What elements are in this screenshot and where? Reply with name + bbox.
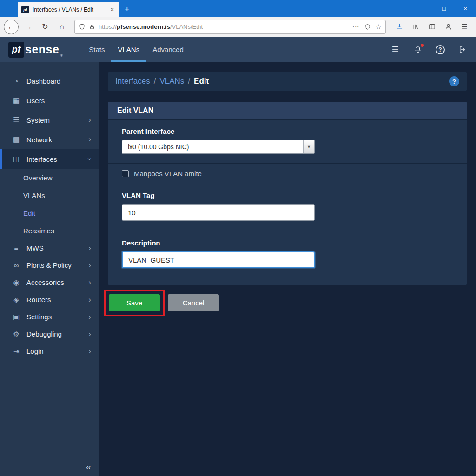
window-close-button[interactable]: ×: [455, 0, 476, 17]
account-icon[interactable]: [442, 21, 454, 33]
forward-button[interactable]: →: [21, 20, 35, 34]
library-icon[interactable]: [410, 21, 422, 33]
sidebar-label: Debuggling: [26, 330, 62, 338]
cancel-button[interactable]: Cancel: [168, 294, 219, 311]
sidebar-item-mws[interactable]: ≡ MWS ›: [0, 239, 99, 257]
chevron-right-icon: ›: [88, 244, 91, 253]
vlan-option-checkbox[interactable]: [122, 170, 129, 177]
back-button[interactable]: ←: [4, 20, 19, 34]
sidebar-subitem-vlans[interactable]: VLANs: [0, 186, 99, 204]
browser-tab[interactable]: pf Interfaces / VLANs / Edit ×: [18, 2, 119, 17]
network-icon: ▤: [11, 135, 21, 144]
sidebar-label: Users: [26, 97, 45, 105]
bookmark-star-icon[interactable]: ☆: [376, 23, 382, 31]
logout-icon[interactable]: [457, 45, 468, 55]
help-icon[interactable]: ?: [436, 45, 445, 54]
gear-icon: ⚙: [11, 330, 21, 338]
list-icon[interactable]: ☰: [390, 45, 400, 55]
breadcrumb-interfaces[interactable]: Interfaces: [115, 77, 150, 86]
vlan-tag-input[interactable]: [122, 204, 315, 221]
sidebar-subitem-edit[interactable]: Edit: [0, 204, 99, 222]
sidebar-label: Settings: [26, 313, 52, 321]
new-tab-button[interactable]: +: [119, 2, 135, 17]
menu-item-advanced[interactable]: Advanced: [146, 37, 190, 62]
description-input[interactable]: [122, 251, 315, 268]
system-icon: ☰: [11, 116, 21, 124]
users-icon: ▦: [11, 96, 21, 105]
menu-item-stats[interactable]: Stats: [82, 37, 111, 62]
url-path: /VLANs/Edit: [170, 23, 203, 30]
description-group: Description: [108, 231, 467, 285]
navbar-right-icons: ☰ ?: [390, 37, 468, 62]
sidebar-item-plorts-policy[interactable]: ∞ Plorts & Policy ›: [0, 257, 99, 274]
sidebar-item-interfaces[interactable]: ◫ Interfaces ›: [0, 149, 99, 169]
registered-mark: ®: [60, 53, 63, 58]
sidebar-label: MWS: [26, 244, 44, 252]
main-content: Interfaces / VLANs / Edit ? Edit VLAN Pa…: [99, 62, 476, 476]
sidebar-sublabel: Edit: [23, 209, 35, 217]
sidebar-sublabel: Reasimes: [23, 227, 54, 235]
sidebar-collapse-icon[interactable]: «: [86, 462, 91, 472]
vlan-option-row: Manpoes VLAN amite: [108, 163, 467, 184]
minimize-button[interactable]: –: [412, 0, 433, 17]
chevron-right-icon: ›: [88, 278, 91, 287]
home-button[interactable]: ⌂: [55, 20, 69, 34]
reload-button[interactable]: ↻: [38, 20, 52, 34]
chevron-right-icon: ›: [88, 330, 91, 339]
sidebar-label: Login: [26, 347, 44, 355]
dropdown-caret-icon[interactable]: ▼: [303, 140, 314, 153]
page-actions-icon[interactable]: ⋯: [352, 23, 360, 31]
login-icon: ⇥: [11, 347, 21, 356]
menu-item-vlans[interactable]: VLANs: [111, 37, 146, 62]
sidebar-item-routers[interactable]: ◈ Routers ›: [0, 291, 99, 308]
tab-close-icon[interactable]: ×: [109, 6, 115, 13]
sidebar-toggle-icon[interactable]: [426, 21, 438, 33]
sidebar-sublabel: Overview: [23, 174, 53, 182]
save-button[interactable]: Save: [109, 294, 160, 311]
permissions-shield-icon[interactable]: [364, 24, 371, 30]
sidebar-item-accessories[interactable]: ◉ Accessories ›: [0, 274, 99, 291]
pfsense-logo-mark: pf: [8, 42, 24, 58]
sidebar: ◔ Dashboard ▦ Users ☰ System › ▤ Network…: [0, 62, 99, 476]
sidebar-subitem-overview[interactable]: Overview: [0, 169, 99, 186]
form-actions: Save Cancel: [108, 294, 467, 311]
sidebar-item-network[interactable]: ▤ Network ›: [0, 130, 99, 149]
vlan-tag-group: VLAN Tag: [108, 184, 467, 231]
sidebar-item-settings[interactable]: ▣ Settings ›: [0, 308, 99, 325]
downloads-icon[interactable]: [393, 21, 405, 33]
sidebar-item-users[interactable]: ▦ Users: [0, 91, 99, 110]
sidebar-label: Accessories: [26, 278, 64, 286]
vlan-option-label: Manpoes VLAN amite: [134, 170, 202, 178]
breadcrumb: Interfaces / VLANs / Edit ?: [108, 72, 467, 91]
sidebar-sublabel: VLANs: [23, 192, 45, 199]
toolbar-right-icons: ☰: [391, 21, 472, 33]
sidebar-subitem-reasimes[interactable]: Reasimes: [0, 222, 99, 239]
panel-title: Edit VLAN: [108, 102, 467, 119]
url-text[interactable]: https://pfsense.modern.is/VLANs/Edit: [99, 23, 349, 30]
hamburger-menu-icon[interactable]: ☰: [458, 21, 470, 33]
pfsense-logo-text: sense: [25, 43, 59, 56]
sidebar-item-system[interactable]: ☰ System ›: [0, 110, 99, 130]
description-label: Description: [122, 239, 453, 247]
sidebar-item-dashboard[interactable]: ◔ Dashboard: [0, 71, 99, 91]
sidebar-item-debuggling[interactable]: ⚙ Debuggling ›: [0, 325, 99, 343]
breadcrumb-vlans[interactable]: VLANs: [159, 77, 184, 86]
pfsense-logo[interactable]: pf sense ®: [8, 37, 63, 62]
page-help-icon[interactable]: ?: [449, 76, 459, 86]
url-host: pfsense.modern.is: [117, 23, 170, 30]
routers-icon: ◈: [11, 296, 21, 304]
tab-title: Interfaces / VLANs / Edit: [33, 7, 106, 13]
parent-interface-select[interactable]: ix0 (10.00 Gbps NIC) ▼: [122, 140, 315, 154]
chevron-right-icon: ›: [88, 135, 91, 144]
maximize-button[interactable]: □: [433, 0, 455, 17]
notifications-bell-icon[interactable]: [413, 45, 423, 55]
breadcrumb-current: Edit: [194, 77, 209, 86]
sidebar-item-login[interactable]: ⇥ Login ›: [0, 343, 99, 360]
chevron-right-icon: ›: [88, 295, 91, 304]
tracking-protection-shield-icon[interactable]: [79, 23, 86, 30]
parent-interface-group: Parent Interface ix0 (10.00 Gbps NIC) ▼: [108, 119, 467, 163]
breadcrumb-separator: /: [150, 77, 160, 86]
browser-titlebar: pf Interfaces / VLANs / Edit × + – □ ×: [0, 0, 476, 17]
chevron-right-icon: ›: [88, 261, 91, 270]
url-bar[interactable]: https://pfsense.modern.is/VLANs/Edit ⋯ ☆: [74, 20, 386, 34]
